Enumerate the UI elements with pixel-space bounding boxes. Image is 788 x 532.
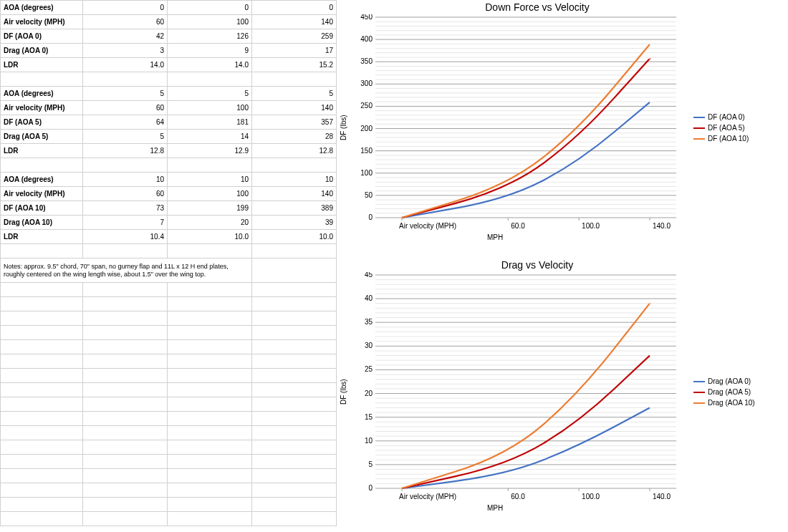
row-value: 0 [168,1,252,15]
row-value: 140 [252,101,337,115]
svg-text:15: 15 [365,413,373,421]
row-value: 14.0 [83,58,168,72]
row-value: 10 [168,173,252,187]
svg-text:0: 0 [368,213,373,221]
svg-text:300: 300 [360,79,373,87]
legend-label: Drag (AOA 5) [708,388,751,396]
x-tick-label: 100.0 [582,493,600,500]
svg-text:400: 400 [360,35,373,43]
svg-text:25: 25 [365,365,373,373]
row-value: 9 [168,44,252,58]
svg-text:35: 35 [365,318,373,326]
row-value: 12.8 [252,144,337,158]
row-value: 12.9 [168,144,252,158]
row-value: 64 [83,115,168,130]
row-label: DF (AOA 10) [1,201,83,216]
svg-text:450: 450 [360,14,373,21]
row-value: 17 [252,44,337,58]
svg-text:0: 0 [368,484,373,491]
legend-swatch [693,138,705,140]
legend-label: Drag (AOA 0) [708,377,751,385]
legend-swatch [693,381,705,382]
legend-label: DF (AOA 10) [708,135,749,142]
svg-text:10: 10 [365,437,373,445]
table-row: DF (AOA 10)73199389 [1,201,337,216]
x-axis-first-label: Air velocity (MPH) [399,493,456,500]
row-value: 100 [168,15,252,29]
row-value: 100 [168,101,252,115]
row-value: 60 [83,15,168,29]
x-axis-label: MPH [301,504,689,512]
x-tick-label: 100.0 [582,222,600,230]
table-row: Drag (AOA 0)3917 [1,44,337,58]
svg-text:40: 40 [365,294,373,302]
row-value: 28 [252,130,337,144]
x-axis-first-label: Air velocity (MPH) [399,222,456,230]
row-label: Air velocity (MPH) [1,187,83,201]
svg-text:350: 350 [360,57,373,65]
row-label: DF (AOA 0) [1,29,83,44]
legend-item: Drag (AOA 0) [693,377,761,385]
y-axis-label: DF (lbs) [340,272,351,512]
table-row: DF (AOA 5)64181357 [1,115,337,130]
row-value: 259 [252,29,337,44]
x-tick-label: 140.0 [653,493,671,500]
legend-item: DF (AOA 10) [693,135,761,142]
chart-drag: Drag vs VelocityDF (lbs)0510152025303540… [340,259,785,528]
row-value: 12.8 [83,144,168,158]
svg-text:5: 5 [368,460,373,468]
row-label: Drag (AOA 0) [1,44,83,58]
row-value: 199 [168,201,252,216]
row-value: 10 [83,173,168,187]
row-value: 10.0 [168,230,252,244]
legend-swatch [693,402,705,404]
chart-title: Drag vs Velocity [289,259,785,271]
row-label: AOA (degrees) [1,87,83,101]
row-value: 140 [252,187,337,201]
svg-text:45: 45 [365,272,373,279]
row-value: 42 [83,29,168,44]
legend-swatch [693,117,705,118]
notes-cell: Notes: approx. 9.5" chord, 70" span, no … [1,258,252,283]
table-row: Drag (AOA 10)72039 [1,216,337,230]
row-value: 100 [168,187,252,201]
row-label: Air velocity (MPH) [1,101,83,115]
x-tick-label: 140.0 [653,222,671,230]
legend-item: Drag (AOA 10) [693,399,761,407]
row-value: 10 [252,173,337,187]
row-value: 140 [252,15,337,29]
row-value: 73 [83,201,168,216]
legend-item: DF (AOA 5) [693,124,761,132]
row-value: 5 [83,130,168,144]
table-row: LDR14.014.015.2 [1,58,337,72]
legend-swatch [693,392,705,393]
table-row: AOA (degrees)101010 [1,173,337,187]
svg-text:150: 150 [360,147,373,155]
svg-text:30: 30 [365,342,373,349]
legend-label: DF (AOA 0) [708,113,745,121]
legend-label: DF (AOA 5) [708,124,745,132]
legend-item: DF (AOA 0) [693,113,761,121]
table-row: LDR12.812.912.8 [1,144,337,158]
row-value: 3 [83,44,168,58]
row-value: 126 [168,29,252,44]
row-label: LDR [1,58,83,72]
series-line [402,304,650,488]
svg-text:200: 200 [360,125,373,132]
row-value: 14 [168,130,252,144]
table-row: Air velocity (MPH)60100140 [1,101,337,115]
table-row: Air velocity (MPH)60100140 [1,187,337,201]
row-value: 10.4 [83,230,168,244]
row-value: 14.0 [168,58,252,72]
row-label: AOA (degrees) [1,1,83,15]
row-value: 7 [83,216,168,230]
svg-text:50: 50 [365,191,373,199]
x-tick-label: 60.0 [511,222,524,230]
row-label: Drag (AOA 10) [1,216,83,230]
row-label: LDR [1,230,83,244]
row-value: 5 [168,87,252,101]
row-label: LDR [1,144,83,158]
legend-item: Drag (AOA 5) [693,388,761,396]
row-value: 5 [83,87,168,101]
legend-label: Drag (AOA 10) [708,399,755,407]
